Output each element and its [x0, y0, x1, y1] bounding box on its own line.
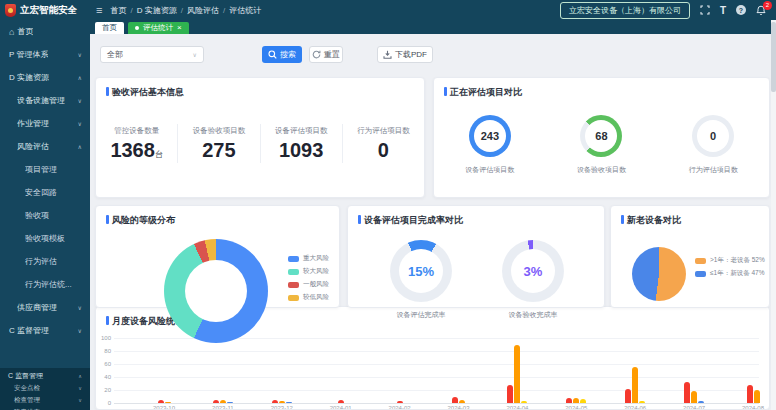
progress-ring: 243 [469, 115, 511, 157]
card-device-age-title: 新老设备对比 [621, 214, 681, 227]
ring-hole: 3% [511, 249, 555, 293]
bar [452, 397, 458, 403]
sidebar-item[interactable]: D 实施资源∧ [0, 66, 90, 89]
legend-item: 较大风险 [288, 267, 329, 276]
ring-value: 3% [524, 264, 543, 279]
sidebar-item[interactable]: 安全回路 [0, 181, 90, 204]
x-axis-label: 2024-05 [554, 405, 598, 409]
search-button[interactable]: 搜索 [262, 46, 302, 63]
progress-ring: 15% [390, 240, 452, 302]
download-pdf-label: 下载PDF [395, 49, 427, 60]
help-icon[interactable]: ? [736, 5, 746, 15]
notifications-bell-icon[interactable]: 2 [756, 5, 766, 16]
legend-label: 较大风险 [303, 267, 329, 276]
menu-toggle-icon[interactable]: ≡ [96, 4, 102, 16]
card-risk-level: 风险的等级分布 重大风险较大风险一般风险较低风险 [95, 205, 340, 308]
device-age-legend: >1年：老设备 52%≤1年：新设备 47% [695, 256, 765, 282]
ring-label: 行为评估项目数 [689, 165, 738, 175]
tab-home[interactable]: 首页 [95, 22, 124, 34]
ring-value: 0 [710, 130, 716, 142]
sidebar-item-label: 作业管理 [17, 118, 49, 129]
sidebar-item-label: 设备设施管理 [17, 95, 65, 106]
y-axis-tick: 40 [96, 374, 111, 380]
chevron-down-icon: ∨ [78, 327, 82, 334]
reset-button[interactable]: 重置 [309, 46, 343, 63]
filter-select[interactable]: 全部 ∨ [100, 46, 204, 63]
breadcrumb: 首页/ D 实施资源/ 风险评估/ 评估统计 [110, 5, 261, 16]
gridline [114, 351, 759, 352]
tab-close-icon[interactable]: × [177, 24, 182, 32]
card-in-progress: 正在评估项目对比 243设备评估项目数68设备验收项目数0行为评估项目数 [433, 77, 770, 198]
sidebar-submenu-header[interactable]: C 监督管理∧ [0, 369, 90, 382]
stat-label: 设备评估项目数 [261, 126, 342, 136]
scrollbar-thumb[interactable] [771, 22, 776, 92]
x-axis-label: 2024-01 [319, 405, 363, 409]
font-size-icon[interactable]: T [720, 5, 726, 16]
breadcrumb-item-stats[interactable]: 评估统计 [229, 5, 261, 16]
ring-label: 设备评估完成率 [397, 310, 446, 320]
company-button[interactable]: 立宏安全设备（上海）有限公司 [560, 2, 690, 19]
stat-label: 管控设备数量 [96, 126, 177, 136]
sidebar-submenu-item[interactable]: 检查管理∨ [0, 394, 90, 406]
sidebar-item[interactable]: C 监督管理∨ [0, 319, 90, 342]
sidebar-submenu-item[interactable]: 隐患排查∨ [0, 406, 90, 410]
stat-label: 设备验收项目数 [178, 126, 259, 136]
legend-label: 重大风险 [303, 254, 329, 263]
stat-column: 管控设备数量1368台 [96, 124, 177, 163]
card-in-progress-title: 正在评估项目对比 [444, 86, 522, 99]
bar [507, 385, 513, 403]
sidebar-item[interactable]: 设备设施管理∨ [0, 89, 90, 112]
legend-chip [288, 269, 299, 275]
sidebar-item[interactable]: ⌂首页 [0, 20, 90, 43]
sidebar-item[interactable]: 风险评估∧ [0, 135, 90, 158]
chevron-down-icon: ∨ [78, 51, 82, 58]
sidebar-item[interactable]: 行为评估统... [0, 273, 90, 296]
sidebar-item[interactable]: 作业管理∨ [0, 112, 90, 135]
bar [639, 401, 645, 403]
fullscreen-icon[interactable] [700, 5, 710, 15]
y-axis-tick: 0 [96, 400, 111, 406]
chevron-up-icon: ∧ [78, 373, 82, 379]
tab-home-label: 首页 [102, 23, 117, 33]
tab-evaluation-stats-label: 评估统计 [143, 23, 173, 33]
ring-label: 设备评估项目数 [465, 165, 514, 175]
sidebar-submenu-item[interactable]: 安全点检∨ [0, 382, 90, 394]
bar [213, 400, 219, 403]
stat-unit: 台 [155, 150, 163, 159]
tab-evaluation-stats[interactable]: 评估统计 × [128, 22, 189, 34]
legend-label: >1年：老设备 52% [710, 256, 765, 265]
risk-level-donut-chart [164, 239, 268, 343]
legend-item: 重大风险 [288, 254, 329, 263]
y-axis-tick: 20 [96, 387, 111, 393]
breadcrumb-item-resources[interactable]: D 实施资源 [137, 5, 177, 16]
sidebar-item[interactable]: 供应商管理∨ [0, 296, 90, 319]
bar [754, 390, 760, 403]
sidebar-item[interactable]: 验收项模板 [0, 227, 90, 250]
sidebar-item-label: 项目管理 [25, 164, 57, 175]
sidebar-item[interactable]: 行为评估 [0, 250, 90, 273]
download-pdf-button[interactable]: 下载PDF [377, 46, 433, 63]
card-basic-info-title: 验收评估基本信息 [106, 86, 184, 99]
bar [747, 385, 753, 403]
bar [691, 391, 697, 403]
x-axis-line [114, 403, 759, 404]
sidebar-item[interactable]: 验收项 [0, 204, 90, 227]
sidebar-item-label: 验收项模板 [25, 233, 65, 244]
sidebar-item[interactable]: P 管理体系∨ [0, 43, 90, 66]
sidebar-item-label: 风险评估 [17, 141, 49, 152]
gridline [114, 377, 759, 378]
breadcrumb-item-risk[interactable]: 风险评估 [187, 5, 219, 16]
sidebar-item[interactable]: 项目管理 [0, 158, 90, 181]
breadcrumb-separator: / [223, 6, 225, 15]
breadcrumb-item-home[interactable]: 首页 [110, 5, 126, 16]
bar [165, 402, 171, 404]
sidebar-item-label: C 监督管理 [9, 325, 49, 336]
chevron-up-icon: ∧ [78, 143, 82, 150]
reset-button-label: 重置 [324, 49, 340, 60]
sidebar-item-label: 安全回路 [25, 187, 57, 198]
bar [227, 402, 233, 404]
tabbar: 首页 评估统计 × [90, 20, 776, 34]
breadcrumb-separator: / [130, 6, 132, 15]
x-axis-label: 2024-08 [731, 405, 769, 409]
notification-badge: 2 [763, 1, 772, 10]
